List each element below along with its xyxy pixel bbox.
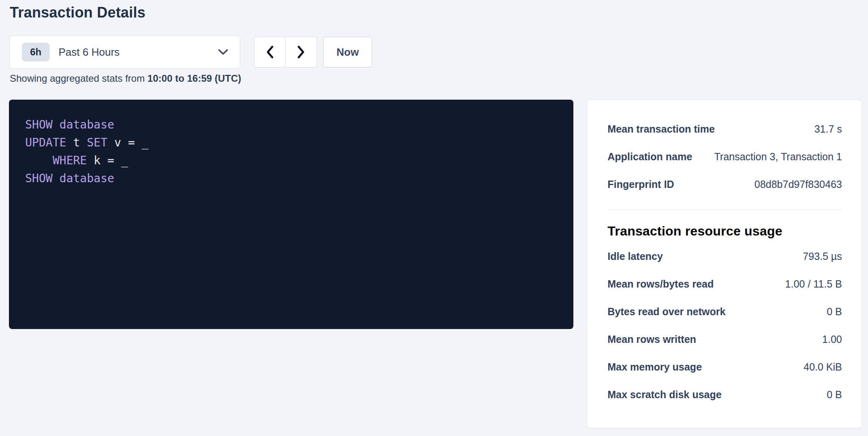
- stat-label: Mean rows/bytes read: [608, 278, 722, 290]
- stat-label: Max scratch disk usage: [608, 389, 730, 401]
- transaction-summary-rows: Mean transaction time31.7 sApplication n…: [608, 115, 842, 198]
- time-range-dropdown[interactable]: 6h Past 6 Hours: [9, 35, 240, 69]
- stat-value: 0 B: [827, 389, 842, 401]
- sql-keyword-token: SHOW: [25, 118, 52, 131]
- stat-label: Application name: [608, 151, 700, 163]
- sql-plain-token: [25, 154, 52, 167]
- time-controls: 6h Past 6 Hours Now: [9, 35, 372, 69]
- chevron-left-icon: [265, 45, 275, 59]
- resource-usage-heading: Transaction resource usage: [608, 223, 842, 239]
- next-time-button[interactable]: [285, 37, 317, 68]
- page-title: Transaction Details: [10, 4, 145, 21]
- sql-keyword-token: SHOW: [25, 172, 52, 185]
- stat-label: Idle latency: [608, 251, 671, 262]
- stat-value: 0 B: [827, 306, 842, 318]
- stat-value: Transaction 3, Transaction 1: [714, 151, 842, 163]
- resource-usage-rows: Idle latency793.5 µsMean rows/bytes read…: [608, 242, 842, 408]
- stat-row: Max memory usage40.0 KiB: [608, 353, 842, 381]
- sql-keyword-token: database: [59, 172, 114, 185]
- sql-plain-token: k = _: [87, 154, 128, 167]
- stat-label: Mean rows written: [608, 334, 704, 345]
- stat-row: Fingerprint ID08d8b7d97f830463: [608, 170, 842, 198]
- aggregation-summary: Showing aggregated stats from 10:00 to 1…: [10, 73, 241, 84]
- sql-statement-box: SHOW database UPDATE t SET v = _ WHERE k…: [9, 100, 573, 329]
- time-range-badge: 6h: [22, 43, 50, 61]
- stat-value: 08d8b7d97f830463: [754, 179, 842, 190]
- stat-value: 1.00 / 11.5 B: [785, 278, 842, 290]
- stat-value: 40.0 KiB: [803, 361, 842, 373]
- transaction-details-card: Mean transaction time31.7 sApplication n…: [587, 100, 862, 428]
- sql-plain-token: v = _: [107, 136, 148, 149]
- stat-label: Bytes read over network: [608, 306, 733, 318]
- stat-value: 793.5 µs: [803, 251, 842, 262]
- stat-row: Mean transaction time31.7 s: [608, 115, 842, 143]
- stat-row: Application nameTransaction 3, Transacti…: [608, 143, 842, 170]
- stat-label: Fingerprint ID: [608, 179, 682, 190]
- sql-plain-token: [52, 118, 59, 131]
- stat-row: Idle latency793.5 µs: [608, 242, 842, 270]
- prev-time-button[interactable]: [254, 37, 286, 68]
- now-button[interactable]: Now: [323, 37, 372, 68]
- sql-plain-token: [52, 172, 59, 185]
- sql-keyword-token: WHERE: [52, 154, 87, 167]
- time-range-label: Past 6 Hours: [59, 46, 119, 59]
- stat-row: Mean rows/bytes read1.00 / 11.5 B: [608, 270, 842, 298]
- stat-row: Bytes read over network0 B: [608, 298, 842, 325]
- stat-label: Mean transaction time: [608, 123, 723, 135]
- sql-keyword-token: UPDATE: [25, 136, 66, 149]
- time-step-buttons: [254, 37, 317, 68]
- chevron-right-icon: [296, 45, 306, 59]
- stat-label: Max memory usage: [608, 361, 710, 373]
- sql-keyword-token: SET: [87, 136, 108, 149]
- sql-plain-token: t: [66, 136, 87, 149]
- stat-row: Max scratch disk usage0 B: [608, 381, 842, 408]
- card-divider: [608, 209, 842, 210]
- stat-value: 1.00: [822, 334, 842, 345]
- aggregation-summary-prefix: Showing aggregated stats from: [10, 73, 148, 84]
- stat-value: 31.7 s: [814, 123, 842, 135]
- stat-row: Mean rows written1.00: [608, 325, 842, 353]
- chevron-down-icon: [218, 49, 228, 55]
- sql-keyword-token: database: [59, 118, 114, 131]
- sql-code: SHOW database UPDATE t SET v = _ WHERE k…: [25, 116, 561, 187]
- aggregation-summary-range: 10:00 to 16:59 (UTC): [148, 73, 241, 84]
